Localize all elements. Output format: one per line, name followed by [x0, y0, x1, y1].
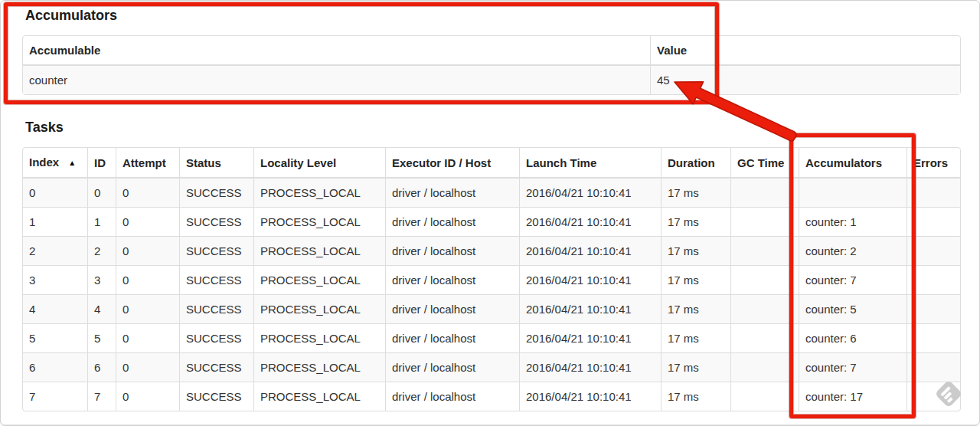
task-launch-time-cell: 2016/04/21 10:10:41 [519, 353, 661, 382]
task-status-cell: SUCCESS [179, 324, 253, 353]
accumulable-name-cell: counter [23, 66, 650, 94]
task-accumulators-cell: counter: 17 [799, 382, 906, 411]
accumulators-table: Accumulable Value counter 45 [22, 35, 961, 95]
task-attempt-cell: 0 [116, 179, 179, 208]
task-gc-time-cell [730, 179, 799, 208]
task-errors-cell [906, 237, 960, 266]
gc-time-column-header[interactable]: GC Time [730, 148, 799, 179]
task-status-cell: SUCCESS [179, 179, 253, 208]
task-index-cell: 1 [23, 208, 87, 237]
task-index-cell: 2 [23, 237, 87, 266]
task-index-cell: 0 [23, 179, 87, 208]
task-errors-cell [906, 179, 960, 208]
accumulators-header-row: Accumulable Value [23, 36, 960, 66]
task-id-cell: 1 [87, 208, 116, 237]
task-row: 330SUCCESSPROCESS_LOCALdriver / localhos… [23, 266, 960, 295]
task-locality-level-cell: PROCESS_LOCAL [253, 353, 385, 382]
task-status-cell: SUCCESS [179, 237, 253, 266]
task-id-cell: 7 [87, 382, 116, 411]
task-executor-id-host-cell: driver / localhost [385, 295, 519, 324]
task-attempt-cell: 0 [116, 382, 179, 411]
task-status-cell: SUCCESS [179, 208, 253, 237]
task-errors-cell [906, 295, 960, 324]
task-row: 550SUCCESSPROCESS_LOCALdriver / localhos… [23, 324, 960, 353]
id-column-header[interactable]: ID [87, 148, 116, 179]
task-errors-cell [906, 208, 960, 237]
task-executor-id-host-cell: driver / localhost [385, 353, 519, 382]
task-accumulators-cell [799, 179, 906, 208]
task-id-cell: 5 [87, 324, 116, 353]
task-gc-time-cell [730, 324, 799, 353]
task-status-cell: SUCCESS [179, 266, 253, 295]
task-accumulators-cell: counter: 5 [799, 295, 906, 324]
task-row: 440SUCCESSPROCESS_LOCALdriver / localhos… [23, 295, 960, 324]
spark-stage-page: Accumulators Accumulable Value counter 4… [0, 8, 980, 411]
task-locality-level-cell: PROCESS_LOCAL [253, 295, 385, 324]
launch-time-column-header[interactable]: Launch Time [519, 148, 661, 179]
task-status-cell: SUCCESS [179, 382, 253, 411]
task-locality-level-cell: PROCESS_LOCAL [253, 266, 385, 295]
task-attempt-cell: 0 [116, 208, 179, 237]
task-locality-level-cell: PROCESS_LOCAL [253, 382, 385, 411]
task-duration-cell: 17 ms [661, 382, 730, 411]
tasks-table: Index▲ ID Attempt Status Locality Level … [22, 147, 961, 411]
task-gc-time-cell [730, 295, 799, 324]
task-locality-level-cell: PROCESS_LOCAL [253, 179, 385, 208]
value-column-header[interactable]: Value [650, 36, 960, 66]
task-gc-time-cell [730, 353, 799, 382]
task-executor-id-host-cell: driver / localhost [385, 382, 519, 411]
task-row: 660SUCCESSPROCESS_LOCALdriver / localhos… [23, 353, 960, 382]
task-gc-time-cell [730, 382, 799, 411]
task-index-cell: 6 [23, 353, 87, 382]
attempt-column-header[interactable]: Attempt [116, 148, 179, 179]
index-column-header-label: Index [29, 156, 59, 169]
watermark-icon [935, 380, 962, 408]
executor-id-host-column-header[interactable]: Executor ID / Host [385, 148, 519, 179]
duration-column-header[interactable]: Duration [661, 148, 730, 179]
task-launch-time-cell: 2016/04/21 10:10:41 [519, 382, 661, 411]
task-accumulators-cell: counter: 6 [799, 324, 906, 353]
task-row: 110SUCCESSPROCESS_LOCALdriver / localhos… [23, 208, 960, 237]
task-launch-time-cell: 2016/04/21 10:10:41 [519, 295, 661, 324]
accumulable-column-header[interactable]: Accumulable [23, 36, 650, 66]
task-executor-id-host-cell: driver / localhost [385, 179, 519, 208]
task-executor-id-host-cell: driver / localhost [385, 266, 519, 295]
tasks-section-title: Tasks [25, 120, 980, 136]
task-accumulators-cell: counter: 1 [799, 208, 906, 237]
task-locality-level-cell: PROCESS_LOCAL [253, 237, 385, 266]
task-attempt-cell: 0 [116, 324, 179, 353]
task-index-cell: 3 [23, 266, 87, 295]
accumulators-column-header[interactable]: Accumulators [799, 148, 906, 179]
task-accumulators-cell: counter: 7 [799, 353, 906, 382]
task-gc-time-cell [730, 266, 799, 295]
task-executor-id-host-cell: driver / localhost [385, 208, 519, 237]
accumulators-section-title: Accumulators [25, 8, 980, 24]
watermark-diamond-shape [935, 380, 963, 408]
task-id-cell: 2 [87, 237, 116, 266]
task-gc-time-cell [730, 237, 799, 266]
task-attempt-cell: 0 [116, 353, 179, 382]
task-id-cell: 3 [87, 266, 116, 295]
status-column-header[interactable]: Status [179, 148, 253, 179]
task-row: 220SUCCESSPROCESS_LOCALdriver / localhos… [23, 237, 960, 266]
task-duration-cell: 17 ms [661, 179, 730, 208]
task-duration-cell: 17 ms [661, 266, 730, 295]
task-duration-cell: 17 ms [661, 208, 730, 237]
locality-level-column-header[interactable]: Locality Level [253, 148, 385, 179]
task-row: 770SUCCESSPROCESS_LOCALdriver / localhos… [23, 382, 960, 411]
task-row: 000SUCCESSPROCESS_LOCALdriver / localhos… [23, 179, 960, 208]
accumulator-row: counter 45 [23, 66, 960, 94]
task-index-cell: 7 [23, 382, 87, 411]
task-index-cell: 5 [23, 324, 87, 353]
task-index-cell: 4 [23, 295, 87, 324]
tasks-header-row: Index▲ ID Attempt Status Locality Level … [23, 148, 960, 179]
index-column-header[interactable]: Index▲ [23, 148, 87, 179]
task-accumulators-cell: counter: 2 [799, 237, 906, 266]
errors-column-header[interactable]: Errors [906, 148, 960, 179]
task-id-cell: 0 [87, 179, 116, 208]
task-duration-cell: 17 ms [661, 324, 730, 353]
task-launch-time-cell: 2016/04/21 10:10:41 [519, 237, 661, 266]
task-status-cell: SUCCESS [179, 295, 253, 324]
task-duration-cell: 17 ms [661, 353, 730, 382]
task-gc-time-cell [730, 208, 799, 237]
